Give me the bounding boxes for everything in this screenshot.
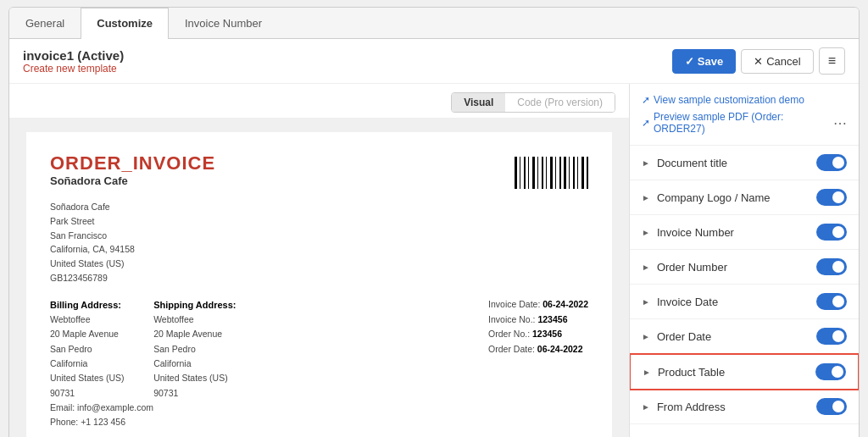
toggle-product-table[interactable] xyxy=(815,363,846,380)
arrow-icon-from-address: ► xyxy=(642,402,650,412)
settings-list: ► Document title ► Company Logo / Name xyxy=(630,146,859,424)
x-icon: ✕ xyxy=(754,55,763,68)
panel-links-section: ➚ View sample customization demo ➚ Previ… xyxy=(630,84,859,146)
invoice-meta-block: Invoice Date: 06-24-2022 Invoice No.: 12… xyxy=(488,297,588,430)
toggle-invoice-date[interactable] xyxy=(816,293,847,310)
billing-shipping-meta: Billing Address: Webtoffee 20 Maple Aven… xyxy=(50,297,588,430)
settings-label-from-address: From Address xyxy=(657,401,810,413)
settings-label-invoice-number: Invoice Number xyxy=(657,226,810,239)
settings-label-order-date: Order Date xyxy=(657,330,810,343)
more-options-icon[interactable]: ⋯ xyxy=(833,115,847,131)
address-line-4: California, CA, 94158 xyxy=(50,242,588,257)
visual-view-button[interactable]: Visual xyxy=(452,93,505,112)
from-address-block: Soñadora Cafe Park Street San Francisco … xyxy=(50,200,588,285)
toggle-from-address[interactable] xyxy=(816,398,847,415)
header-actions: ✓ Save ✕ Cancel ≡ xyxy=(672,47,845,75)
address-line-6: GB123456789 xyxy=(50,271,588,285)
tab-invoice-number[interactable]: Invoice Number xyxy=(169,8,278,38)
tab-customize[interactable]: Customize xyxy=(81,8,169,39)
order-no-label: Order No.: xyxy=(488,329,530,339)
arrow-icon-product-table: ► xyxy=(643,368,651,377)
settings-label-order-number: Order Number xyxy=(657,261,810,274)
arrow-icon-order-date: ► xyxy=(642,332,650,341)
billing-line-8: Phone: +1 123 456 xyxy=(50,415,153,429)
settings-item-invoice-date: ► Invoice Date xyxy=(630,285,859,319)
shipping-line-3: San Pedro xyxy=(153,342,236,357)
toggle-company-logo[interactable] xyxy=(816,189,847,206)
menu-button[interactable]: ≡ xyxy=(819,47,845,75)
invoice-paper: ORDER_INVOICE Soñadora Cafe xyxy=(26,132,612,437)
settings-item-company-logo: ► Company Logo / Name xyxy=(630,180,859,215)
tab-general[interactable]: General xyxy=(9,8,81,38)
toggle-order-date[interactable] xyxy=(816,328,847,345)
billing-line-5: United States (US) xyxy=(50,371,153,385)
app-container: General Customize Invoice Number invoice… xyxy=(8,7,860,437)
shipping-address-block: Shipping Address: Webtoffee 20 Maple Ave… xyxy=(153,297,236,430)
view-toggle-bar: Visual Code (Pro version) xyxy=(9,84,629,119)
shipping-line-4: California xyxy=(153,357,236,371)
billing-line-3: San Pedro xyxy=(50,342,153,357)
arrow-icon-invoice-number: ► xyxy=(642,228,650,237)
billing-line-4: California xyxy=(50,357,153,371)
order-date-row: Order Date: 06-24-2022 xyxy=(488,342,588,357)
order-date-value: 06-24-2022 xyxy=(537,344,583,354)
order-no-value: 123456 xyxy=(532,329,562,339)
settings-label-product-table: Product Table xyxy=(658,366,809,379)
invoice-date-label: Invoice Date: xyxy=(488,299,540,309)
address-line-5: United States (US) xyxy=(50,257,588,271)
toggle-order-number[interactable] xyxy=(816,258,847,275)
create-template-link[interactable]: Create new template xyxy=(23,63,672,75)
invoice-no-value: 123456 xyxy=(537,314,567,324)
checkmark-icon: ✓ xyxy=(685,55,694,68)
settings-item-from-address: ► From Address xyxy=(630,390,859,424)
shipping-line-5: United States (US) xyxy=(153,371,236,385)
view-demo-link[interactable]: View sample customization demo xyxy=(654,94,804,106)
settings-item-order-number: ► Order Number xyxy=(630,250,859,285)
page-title: invoice1 (Active) xyxy=(23,48,672,63)
invoice-company-name: Soñadora Cafe xyxy=(50,174,215,187)
invoice-date-value: 06-24-2022 xyxy=(542,299,588,309)
preview-pdf-row: ➚ Preview sample PDF (Order: ORDER27) ⋯ xyxy=(642,111,847,135)
billing-line-2: 20 Maple Avenue xyxy=(50,327,153,341)
header-title-block: invoice1 (Active) Create new template xyxy=(23,48,672,75)
address-line-2: Park Street xyxy=(50,214,588,229)
shipping-line-6: 90731 xyxy=(153,386,236,401)
arrow-icon-invoice-date: ► xyxy=(642,297,650,307)
shipping-line-2: 20 Maple Avenue xyxy=(153,327,236,341)
barcode-image xyxy=(515,156,588,190)
order-no-row: Order No.: 123456 xyxy=(488,327,588,342)
view-toggle-group: Visual Code (Pro version) xyxy=(451,92,615,113)
code-view-button[interactable]: Code (Pro version) xyxy=(505,93,615,112)
billing-line-1: Webtoffee xyxy=(50,313,153,327)
main-content: Visual Code (Pro version) ORDER_INVOICE … xyxy=(9,84,859,437)
toggle-invoice-number[interactable] xyxy=(816,224,847,241)
arrow-icon-document-title: ► xyxy=(642,158,650,168)
settings-label-company-logo: Company Logo / Name xyxy=(657,191,810,204)
invoice-date-row: Invoice Date: 06-24-2022 xyxy=(488,297,588,313)
shipping-label: Shipping Address: xyxy=(153,300,236,310)
settings-label-invoice-date: Invoice Date xyxy=(657,296,810,308)
settings-label-document-title: Document title xyxy=(657,157,810,169)
view-demo-row: ➚ View sample customization demo xyxy=(642,94,847,106)
preview-pdf-link[interactable]: Preview sample PDF (Order: ORDER27) xyxy=(654,111,833,135)
order-date-label: Order Date: xyxy=(488,344,535,354)
invoice-main-title: ORDER_INVOICE xyxy=(50,152,215,174)
arrow-icon-company-logo: ► xyxy=(642,193,650,202)
toggle-document-title[interactable] xyxy=(816,154,847,171)
cancel-button[interactable]: ✕ Cancel xyxy=(741,49,813,74)
billing-line-7: Email: info@example.com xyxy=(50,401,153,415)
right-panel: ➚ View sample customization demo ➚ Previ… xyxy=(630,84,859,437)
invoice-top-row: ORDER_INVOICE Soñadora Cafe xyxy=(50,152,588,190)
settings-item-document-title: ► Document title xyxy=(630,146,859,180)
external-link-icon-2: ➚ xyxy=(642,117,650,129)
invoice-no-row: Invoice No.: 123456 xyxy=(488,313,588,328)
invoice-header-left: ORDER_INVOICE Soñadora Cafe xyxy=(50,152,215,187)
external-link-icon-1: ➚ xyxy=(642,94,650,106)
save-button[interactable]: ✓ Save xyxy=(672,49,736,74)
address-line-3: San Francisco xyxy=(50,229,588,243)
settings-item-invoice-number: ► Invoice Number xyxy=(630,215,859,250)
billing-label: Billing Address: xyxy=(50,300,121,310)
address-line-1: Soñadora Cafe xyxy=(50,200,588,214)
shipping-line-1: Webtoffee xyxy=(153,313,236,327)
invoice-no-label: Invoice No.: xyxy=(488,314,535,324)
